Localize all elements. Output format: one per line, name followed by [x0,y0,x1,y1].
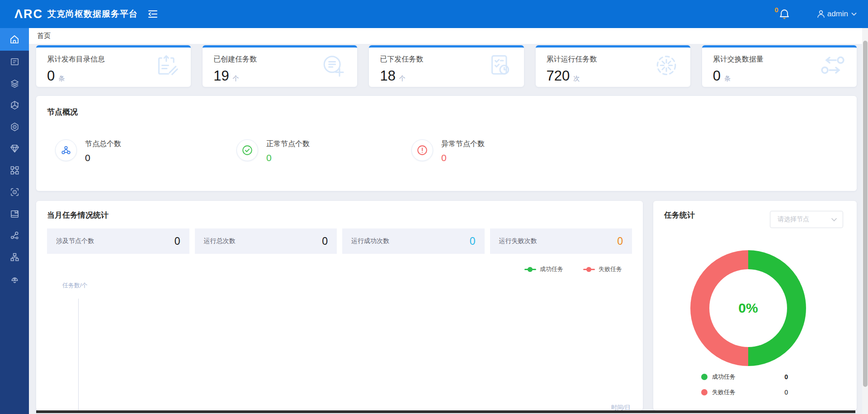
stat-card-value: 720 [547,68,570,84]
node-error-icon [411,139,433,161]
resource-package-icon [9,209,20,219]
chevron-down-icon [851,12,857,16]
legend-dot-green [701,374,708,380]
stat-card-dispatched-tasks: 已下发任务数 18 个 [369,45,524,87]
service-cube-gear-icon [9,122,20,132]
legend-failed-tasks[interactable]: 失败任务 [583,265,622,273]
sidebar-item-home[interactable] [0,28,29,51]
donut-legend-success[interactable]: 成功任务 0 [701,371,788,383]
user-icon [816,10,826,19]
sidebar-item-catalog[interactable] [0,51,29,72]
stat-card-value: 18 [380,68,395,84]
sidebar-item-alerts[interactable] [0,268,29,290]
app-header: ΛRC 艾克尚枢数据服务平台 0 admin [0,0,868,28]
mini-stat-label: 运行失败次数 [499,237,537,245]
stat-card-value: 0 [713,68,721,84]
node-normal-item: 正常节点个数 0 [236,139,310,163]
sidebar-item-data[interactable] [0,72,29,94]
node-select-placeholder: 请选择节点 [778,215,831,224]
legend-label: 失败任务 [712,388,736,396]
topology-sitemap-icon [9,252,20,262]
donut-legend-fail[interactable]: 失败任务 0 [701,386,788,398]
vertical-scrollbar-thumb[interactable] [863,41,868,387]
node-item-value: 0 [441,152,485,163]
stat-card-published-catalog: 累计发布目录信息 0 条 [36,45,191,87]
catalog-document-icon [9,57,20,67]
stat-card-exchanged-data: 累计交换数据量 0 条 [702,45,857,87]
stat-cards-row: 累计发布目录信息 0 条 已创建任务数 19 个 [36,45,857,87]
y-axis-label: 任务数/个 [62,281,88,290]
stat-card-unit: 次 [573,75,580,83]
stat-card-unit: 条 [724,75,731,83]
sidebar-item-assets[interactable] [0,138,29,159]
donut-center-label: 0% [685,245,811,371]
sidebar-item-tasks[interactable] [0,159,29,181]
node-overview-panel: 节点概况 节点总个数 0 [36,96,857,191]
vertical-scrollbar[interactable] [862,28,868,414]
data-layers-icon [9,78,20,89]
asset-gem-icon [9,143,20,154]
monthly-mini-stats: 涉及节点个数 0 运行总次数 0 运行成功次数 0 运行失败次数 0 [47,228,632,254]
legend-dot-red [701,389,708,395]
node-panel-title: 节点概况 [47,107,846,117]
app-title: 艾克尚枢数据服务平台 [47,8,138,20]
exchange-cube-icon [9,100,20,110]
sidebar-item-topology[interactable] [0,246,29,268]
stat-card-unit: 个 [399,75,406,83]
user-menu[interactable]: admin [816,10,857,19]
dashboard-root: ΛRC 艾克尚枢数据服务平台 0 admin [0,0,868,414]
mini-stat-label: 运行总次数 [204,237,236,245]
stat-card-unit: 条 [58,75,65,83]
stat-card-unit: 个 [233,75,239,83]
line-chart-legend: 成功任务 失败任务 [524,265,622,273]
node-select-dropdown[interactable]: 请选择节点 [770,211,843,228]
sidebar-nav [0,28,29,414]
node-item-value: 0 [85,152,121,163]
task-run-icon [653,52,679,80]
chart-y-axis-line [78,299,79,410]
mini-stat-total-runs: 运行总次数 0 [195,228,337,254]
task-donut-chart: 0% [685,245,811,371]
legend-label: 成功任务 [712,373,736,381]
arc-logo: ΛRC [14,7,43,21]
node-abnormal-item: 异常节点个数 0 [411,139,485,163]
sidebar-item-resources[interactable] [0,203,29,224]
legend-line-dot-red [583,269,595,270]
node-item-label: 正常节点个数 [266,139,310,149]
node-item-value: 0 [266,152,310,163]
mini-stat-value: 0 [617,235,623,247]
bell-icon [779,9,789,19]
stat-card-created-tasks: 已创建任务数 19 个 [203,45,357,87]
task-dispatch-icon [487,52,513,80]
task-stats-panel: 任务统计 请选择节点 0% 成功任务 0 失败任务 0 [653,201,857,410]
legend-label: 失败任务 [599,265,622,273]
node-total-item: 节点总个数 0 [55,139,121,163]
menu-collapse-icon[interactable] [148,10,158,19]
share-network-icon [9,230,20,241]
data-exchange-icon [820,52,846,80]
monthly-task-panel: 当月任务情况统计 涉及节点个数 0 运行总次数 0 运行成功次数 0 运行失败次… [36,201,643,410]
legend-success-tasks[interactable]: 成功任务 [524,265,563,273]
node-ok-icon [236,139,258,161]
horizontal-scrollbar[interactable] [36,410,855,413]
breadcrumb-bar: 首页 [29,28,862,44]
mini-stat-value: 0 [175,235,180,247]
sidebar-item-exchange[interactable] [0,94,29,116]
sidebar-item-share[interactable] [0,224,29,246]
mini-stat-label: 运行成功次数 [351,237,389,245]
task-grid-icon [9,165,20,176]
user-name: admin [827,10,848,19]
mini-stat-nodes-involved: 涉及节点个数 0 [47,228,189,254]
legend-value: 0 [784,373,788,381]
x-axis-label: 时间/日 [611,404,631,410]
notification-bell[interactable]: 0 [774,9,789,19]
breadcrumb[interactable]: 首页 [37,32,51,40]
node-item-label: 异常节点个数 [441,139,485,149]
sidebar-item-service[interactable] [0,116,29,138]
task-create-icon [320,52,346,80]
catalog-publish-icon [154,52,180,80]
chevron-down-icon [831,218,837,222]
monitor-focus-icon [9,187,20,197]
legend-label: 成功任务 [540,265,563,273]
sidebar-item-monitor[interactable] [0,181,29,203]
